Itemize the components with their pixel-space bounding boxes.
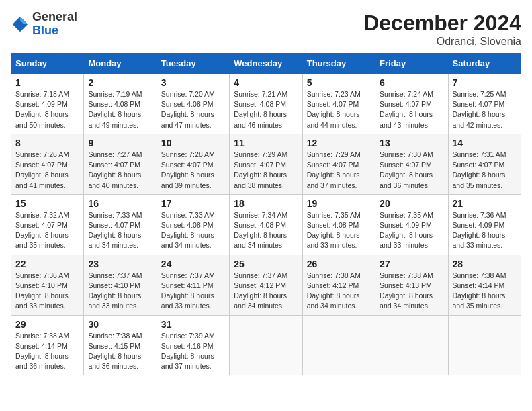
day-number: 26 [307, 259, 371, 269]
day-info: Sunrise: 7:38 AM Sunset: 4:15 PM Dayligh… [88, 331, 152, 372]
day-info: Sunrise: 7:37 AM Sunset: 4:12 PM Dayligh… [234, 271, 298, 312]
day-number: 29 [15, 319, 79, 330]
day-info: Sunrise: 7:39 AM Sunset: 4:16 PM Dayligh… [161, 331, 225, 372]
calendar-day-cell: 15 Sunrise: 7:32 AM Sunset: 4:07 PM Dayl… [11, 194, 84, 255]
calendar-day-cell: 8 Sunrise: 7:26 AM Sunset: 4:07 PM Dayli… [11, 134, 84, 194]
day-info: Sunrise: 7:31 AM Sunset: 4:07 PM Dayligh… [453, 150, 517, 191]
calendar-day-cell: 1 Sunrise: 7:18 AM Sunset: 4:09 PM Dayli… [11, 74, 84, 134]
day-info: Sunrise: 7:27 AM Sunset: 4:07 PM Dayligh… [88, 150, 152, 191]
calendar-day-cell [375, 315, 448, 375]
day-number: 20 [380, 198, 443, 209]
day-info: Sunrise: 7:25 AM Sunset: 4:07 PM Dayligh… [453, 89, 517, 130]
calendar-week-row: 1 Sunrise: 7:18 AM Sunset: 4:09 PM Dayli… [11, 74, 521, 134]
calendar-day-cell: 12 Sunrise: 7:29 AM Sunset: 4:07 PM Dayl… [302, 134, 375, 194]
calendar-day-cell: 16 Sunrise: 7:33 AM Sunset: 4:07 PM Dayl… [84, 194, 157, 255]
title-block: December 2024 Odranci, Slovenia [363, 11, 521, 48]
day-info: Sunrise: 7:20 AM Sunset: 4:08 PM Dayligh… [161, 89, 225, 130]
day-number: 11 [234, 138, 298, 148]
day-number: 16 [88, 198, 152, 209]
day-info: Sunrise: 7:37 AM Sunset: 4:10 PM Dayligh… [88, 271, 152, 312]
day-info: Sunrise: 7:36 AM Sunset: 4:09 PM Dayligh… [453, 210, 517, 251]
calendar-day-cell [302, 315, 375, 375]
day-number: 9 [88, 138, 152, 148]
calendar-week-row: 29 Sunrise: 7:38 AM Sunset: 4:14 PM Dayl… [11, 315, 521, 375]
weekday-header-tuesday: Tuesday [157, 54, 229, 74]
day-number: 17 [161, 198, 225, 209]
calendar-day-cell: 6 Sunrise: 7:24 AM Sunset: 4:07 PM Dayli… [375, 74, 448, 134]
day-number: 15 [15, 198, 79, 209]
day-number: 6 [380, 77, 443, 88]
day-number: 24 [161, 259, 225, 269]
day-number: 13 [380, 138, 443, 148]
day-number: 1 [15, 77, 79, 88]
calendar-day-cell: 26 Sunrise: 7:38 AM Sunset: 4:12 PM Dayl… [302, 255, 375, 315]
day-info: Sunrise: 7:34 AM Sunset: 4:08 PM Dayligh… [234, 210, 298, 251]
day-number: 19 [307, 198, 371, 209]
day-info: Sunrise: 7:38 AM Sunset: 4:13 PM Dayligh… [380, 271, 443, 312]
location: Odranci, Slovenia [363, 36, 521, 48]
month-title: December 2024 [363, 11, 521, 36]
day-info: Sunrise: 7:19 AM Sunset: 4:08 PM Dayligh… [88, 89, 152, 130]
day-info: Sunrise: 7:21 AM Sunset: 4:08 PM Dayligh… [234, 89, 298, 130]
day-number: 3 [161, 77, 225, 88]
day-info: Sunrise: 7:26 AM Sunset: 4:07 PM Dayligh… [15, 150, 79, 191]
calendar-day-cell: 9 Sunrise: 7:27 AM Sunset: 4:07 PM Dayli… [84, 134, 157, 194]
calendar-day-cell: 21 Sunrise: 7:36 AM Sunset: 4:09 PM Dayl… [448, 194, 521, 255]
calendar-day-cell: 13 Sunrise: 7:30 AM Sunset: 4:07 PM Dayl… [375, 134, 448, 194]
day-number: 31 [161, 319, 225, 330]
calendar-table: SundayMondayTuesdayWednesdayThursdayFrid… [11, 53, 521, 375]
calendar-day-cell: 11 Sunrise: 7:29 AM Sunset: 4:07 PM Dayl… [230, 134, 302, 194]
day-info: Sunrise: 7:28 AM Sunset: 4:07 PM Dayligh… [161, 150, 225, 191]
weekday-header-thursday: Thursday [302, 54, 375, 74]
day-number: 7 [453, 77, 517, 88]
calendar-day-cell: 19 Sunrise: 7:35 AM Sunset: 4:08 PM Dayl… [302, 194, 375, 255]
day-info: Sunrise: 7:18 AM Sunset: 4:09 PM Dayligh… [15, 89, 79, 130]
calendar-day-cell: 3 Sunrise: 7:20 AM Sunset: 4:08 PM Dayli… [157, 74, 229, 134]
day-info: Sunrise: 7:38 AM Sunset: 4:14 PM Dayligh… [453, 271, 517, 312]
calendar-week-row: 15 Sunrise: 7:32 AM Sunset: 4:07 PM Dayl… [11, 194, 521, 255]
day-number: 25 [234, 259, 298, 269]
calendar-day-cell: 5 Sunrise: 7:23 AM Sunset: 4:07 PM Dayli… [302, 74, 375, 134]
weekday-header-wednesday: Wednesday [230, 54, 302, 74]
day-info: Sunrise: 7:29 AM Sunset: 4:07 PM Dayligh… [234, 150, 298, 191]
day-number: 12 [307, 138, 371, 148]
day-number: 18 [234, 198, 298, 209]
day-number: 27 [380, 259, 443, 269]
day-info: Sunrise: 7:32 AM Sunset: 4:07 PM Dayligh… [15, 210, 79, 251]
day-number: 28 [453, 259, 517, 269]
calendar-day-cell: 17 Sunrise: 7:33 AM Sunset: 4:08 PM Dayl… [157, 194, 229, 255]
day-info: Sunrise: 7:23 AM Sunset: 4:07 PM Dayligh… [307, 89, 371, 130]
logo-icon [11, 15, 30, 34]
weekday-header-row: SundayMondayTuesdayWednesdayThursdayFrid… [11, 54, 521, 74]
day-number: 14 [453, 138, 517, 148]
day-info: Sunrise: 7:24 AM Sunset: 4:07 PM Dayligh… [380, 89, 443, 130]
day-info: Sunrise: 7:33 AM Sunset: 4:08 PM Dayligh… [161, 210, 225, 251]
logo: General Blue [11, 11, 77, 38]
page-header: General Blue December 2024 Odranci, Slov… [11, 11, 521, 48]
calendar-day-cell: 31 Sunrise: 7:39 AM Sunset: 4:16 PM Dayl… [157, 315, 229, 375]
calendar-day-cell: 4 Sunrise: 7:21 AM Sunset: 4:08 PM Dayli… [230, 74, 302, 134]
calendar-day-cell: 14 Sunrise: 7:31 AM Sunset: 4:07 PM Dayl… [448, 134, 521, 194]
calendar-day-cell: 30 Sunrise: 7:38 AM Sunset: 4:15 PM Dayl… [84, 315, 157, 375]
calendar-day-cell: 2 Sunrise: 7:19 AM Sunset: 4:08 PM Dayli… [84, 74, 157, 134]
calendar-week-row: 22 Sunrise: 7:36 AM Sunset: 4:10 PM Dayl… [11, 255, 521, 315]
day-number: 5 [307, 77, 371, 88]
calendar-day-cell: 25 Sunrise: 7:37 AM Sunset: 4:12 PM Dayl… [230, 255, 302, 315]
day-info: Sunrise: 7:35 AM Sunset: 4:09 PM Dayligh… [380, 210, 443, 251]
weekday-header-sunday: Sunday [11, 54, 84, 74]
day-number: 10 [161, 138, 225, 148]
day-number: 22 [15, 259, 79, 269]
calendar-day-cell: 22 Sunrise: 7:36 AM Sunset: 4:10 PM Dayl… [11, 255, 84, 315]
logo-general: General [32, 11, 77, 24]
day-number: 30 [88, 319, 152, 330]
day-number: 23 [88, 259, 152, 269]
day-info: Sunrise: 7:36 AM Sunset: 4:10 PM Dayligh… [15, 271, 79, 312]
day-number: 4 [234, 77, 298, 88]
calendar-day-cell [448, 315, 521, 375]
calendar-day-cell: 20 Sunrise: 7:35 AM Sunset: 4:09 PM Dayl… [375, 194, 448, 255]
day-number: 21 [453, 198, 517, 209]
day-info: Sunrise: 7:38 AM Sunset: 4:12 PM Dayligh… [307, 271, 371, 312]
weekday-header-monday: Monday [84, 54, 157, 74]
day-info: Sunrise: 7:30 AM Sunset: 4:07 PM Dayligh… [380, 150, 443, 191]
calendar-day-cell: 27 Sunrise: 7:38 AM Sunset: 4:13 PM Dayl… [375, 255, 448, 315]
